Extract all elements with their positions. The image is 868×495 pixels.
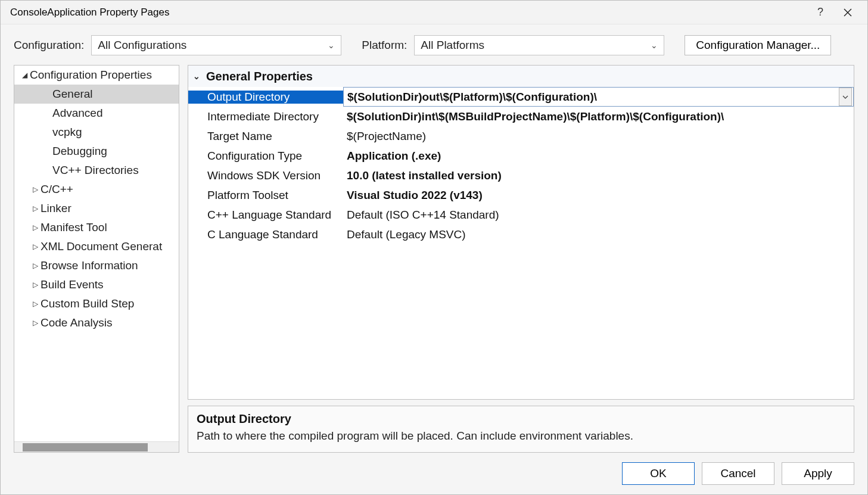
tree-item[interactable]: ▷Manifest Tool [14,218,179,237]
chevron-down-icon: ⌄ [328,41,335,50]
tree-item-label: VC++ Directories [52,164,139,177]
caret-down-icon: ◢ [20,71,29,79]
property-label: C++ Language Standard [188,208,343,222]
nav-tree-scroll[interactable]: ◢ Configuration Properties GeneralAdvanc… [14,66,179,441]
scrollbar-thumb[interactable] [23,443,148,452]
tree-item-label: C/C++ [41,183,73,196]
section-title: General Properties [206,70,313,83]
property-label: C Language Standard [188,228,343,241]
tree-item-label: Manifest Tool [41,221,107,234]
caret-right-icon: ▷ [31,204,39,213]
property-row[interactable]: C Language StandardDefault (Legacy MSVC) [188,225,854,244]
chevron-down-icon: ⌄ [651,41,658,50]
caret-right-icon: ▷ [31,242,39,251]
property-value[interactable]: Default (ISO C++14 Standard) [343,208,854,222]
tree-item[interactable]: Debugging [14,142,179,161]
property-value[interactable]: Application (.exe) [343,150,854,163]
right-pane: ⌄ General Properties Output Directory$(S… [188,65,854,453]
property-value[interactable]: Visual Studio 2022 (v143) [343,189,854,202]
help-panel: Output Directory Path to where the compi… [188,406,854,453]
tree-item[interactable]: ▷Code Analysis [14,313,179,332]
titlebar: ConsoleApplication Property Pages ? [1,1,867,24]
property-row[interactable]: Target Name$(ProjectName) [188,126,854,146]
tree-root-label: Configuration Properties [30,69,152,82]
tree-item-label: XML Document Generat [41,240,162,253]
tree-item[interactable]: General [14,85,179,104]
property-label: Target Name [188,130,343,143]
property-value-text: Default (Legacy MSVC) [347,228,466,241]
caret-right-icon: ▷ [31,281,39,289]
property-pages-dialog: ConsoleApplication Property Pages ? Conf… [0,0,868,495]
property-label: Configuration Type [188,150,343,163]
tree-item-label: vcpkg [52,126,82,139]
value-dropdown-button[interactable] [839,88,852,106]
property-value[interactable]: $(SolutionDir)int\$(MSBuildProjectName)\… [343,110,854,123]
property-label: Output Directory [188,91,343,104]
configuration-dropdown[interactable]: All Configurations ⌄ [91,35,341,55]
tree-item-label: Custom Build Step [41,297,134,310]
nav-tree: ◢ Configuration Properties GeneralAdvanc… [14,65,179,453]
property-value[interactable]: $(ProjectName) [343,130,854,143]
caret-right-icon: ▷ [31,261,39,270]
property-value-text: $(ProjectName) [347,130,426,142]
property-value[interactable]: 10.0 (latest installed version) [343,169,854,182]
property-value-text: Visual Studio 2022 (v143) [347,189,483,201]
caret-right-icon: ▷ [31,223,39,232]
property-row[interactable]: Output Directory$(SolutionDir)out\$(Plat… [188,87,854,107]
help-title: Output Directory [197,412,845,426]
grid-section-header[interactable]: ⌄ General Properties [188,66,854,87]
caret-right-icon: ▷ [31,300,39,308]
property-value-text: 10.0 (latest installed version) [347,169,502,182]
tree-item[interactable]: VC++ Directories [14,161,179,180]
tree-item-label: Debugging [52,145,107,158]
tree-item[interactable]: ▷XML Document Generat [14,237,179,256]
tree-item-label: Build Events [41,278,104,291]
platform-value: All Platforms [421,39,484,52]
property-value-text: Default (ISO C++14 Standard) [347,208,499,221]
caret-right-icon: ▷ [31,185,39,194]
property-row[interactable]: Platform ToolsetVisual Studio 2022 (v143… [188,185,854,205]
property-grid: ⌄ General Properties Output Directory$(S… [188,65,854,400]
tree-item[interactable]: Advanced [14,104,179,123]
property-label: Intermediate Directory [188,110,343,123]
tree-horizontal-scrollbar[interactable] [14,441,179,452]
dialog-footer: OK Cancel Apply [1,459,867,494]
property-row[interactable]: Windows SDK Version10.0 (latest installe… [188,166,854,185]
platform-label: Platform: [362,39,407,52]
window-title: ConsoleApplication Property Pages [10,7,807,18]
tree-root[interactable]: ◢ Configuration Properties [14,66,179,85]
tree-item-label: General [52,88,93,101]
tree-item-label: Advanced [52,107,103,120]
chevron-down-icon: ⌄ [193,71,206,81]
property-value-text: Application (.exe) [347,150,441,162]
configuration-label: Configuration: [14,39,84,52]
property-label: Platform Toolset [188,189,343,202]
tree-item[interactable]: ▷Custom Build Step [14,294,179,313]
configuration-manager-button[interactable]: Configuration Manager... [685,35,831,55]
property-row[interactable]: Configuration TypeApplication (.exe) [188,146,854,166]
tree-item[interactable]: ▷Browse Information [14,256,179,275]
tree-item[interactable]: ▷Build Events [14,275,179,294]
tree-item[interactable]: ▷C/C++ [14,180,179,199]
caret-right-icon: ▷ [31,319,39,327]
tree-item[interactable]: ▷Linker [14,199,179,218]
cancel-button[interactable]: Cancel [702,462,774,485]
property-row[interactable]: C++ Language StandardDefault (ISO C++14 … [188,205,854,225]
property-value[interactable]: $(SolutionDir)out\$(Platform)\$(Configur… [343,87,854,107]
property-value-text: $(SolutionDir)int\$(MSBuildProjectName)\… [347,110,724,123]
configuration-value: All Configurations [98,39,186,52]
property-value[interactable]: Default (Legacy MSVC) [343,228,854,241]
property-value-text: $(SolutionDir)out\$(Platform)\$(Configur… [347,91,597,104]
platform-dropdown[interactable]: All Platforms ⌄ [414,35,664,55]
tree-item-label: Browse Information [41,259,138,272]
config-toolbar: Configuration: All Configurations ⌄ Plat… [1,24,867,61]
property-row[interactable]: Intermediate Directory$(SolutionDir)int\… [188,107,854,126]
help-icon[interactable]: ? [807,1,834,24]
close-icon[interactable] [834,1,861,24]
property-label: Windows SDK Version [188,169,343,182]
tree-item-label: Linker [41,202,71,215]
dialog-body: ◢ Configuration Properties GeneralAdvanc… [1,61,867,459]
ok-button[interactable]: OK [622,462,695,485]
apply-button[interactable]: Apply [782,462,854,485]
tree-item[interactable]: vcpkg [14,123,179,142]
